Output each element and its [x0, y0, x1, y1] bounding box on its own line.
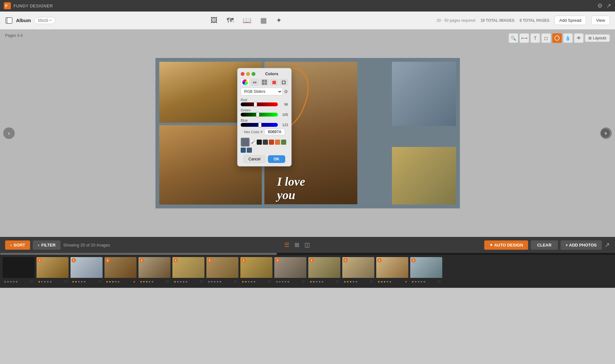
colors-dialog: Colors ≡≡ 🟥 🔲 RGB Sliders [237, 68, 292, 166]
map-icon[interactable]: 🗺 [227, 16, 234, 25]
layout-icon[interactable]: ▦ [260, 16, 267, 25]
badge-4: 1 [105, 258, 110, 263]
film-item-13[interactable]: 1 ★★★★★ ♡ [410, 257, 442, 286]
heart-7[interactable]: ♡ [234, 280, 237, 284]
photo-cell-right-bottom[interactable] [392, 147, 456, 205]
heart-4[interactable]: ♥ [133, 280, 135, 284]
view-button[interactable]: View [591, 16, 610, 25]
external-link-icon[interactable]: ↗ [606, 2, 611, 9]
sort-btn[interactable]: ‹ SORT [5, 240, 30, 250]
heart-12[interactable]: ♥ [405, 280, 407, 284]
clear-btn[interactable]: CLEAR [531, 240, 558, 250]
swatches-row: 🖊 [241, 138, 288, 153]
heart-2[interactable]: ♡ [64, 280, 67, 284]
filmstrip-scrollbar[interactable] [0, 253, 615, 255]
color-custom-tab1[interactable]: 🟥 [270, 79, 278, 86]
grid-view-icon[interactable]: ⊞ [295, 241, 299, 248]
settings-icon[interactable]: ⚙ [597, 2, 603, 9]
color-wheel-tab[interactable] [241, 79, 249, 86]
stars-3: ★★★★★ [72, 280, 86, 283]
scrollbar-thumb[interactable] [0, 253, 277, 255]
layouts-btn[interactable]: ⊞ Layouts [585, 34, 610, 42]
photo-cell-right-top[interactable] [392, 62, 456, 126]
heart-13[interactable]: ♡ [438, 280, 441, 284]
film-item-1[interactable]: ★★★★★ ♡ [3, 257, 35, 286]
film-item-12[interactable]: 1 ★★★★★ ♥ [376, 257, 408, 286]
size-badge[interactable]: 10x10 ✏ [34, 17, 56, 24]
film-item-3[interactable]: 1 ★★★★★ ♡ [71, 257, 103, 286]
shape-tool-btn[interactable]: ◻ [541, 33, 551, 43]
hex-label: Hex Color # [244, 130, 262, 134]
blue-slider-thumb[interactable] [258, 122, 262, 127]
film-item-5[interactable]: 1 ★★★★★ ♡ [138, 257, 170, 286]
current-color-swatch [241, 138, 250, 147]
swatch-blue[interactable] [241, 148, 246, 153]
badge-3: 1 [71, 258, 76, 263]
color-settings-icon[interactable]: ⚙ [284, 89, 288, 94]
close-dialog-btn[interactable] [241, 72, 245, 76]
film-item-4[interactable]: 1 ★★★★★ ♥ [104, 257, 137, 286]
red-label: Red [241, 98, 288, 102]
heart-9[interactable]: ♡ [302, 280, 305, 284]
swatch-red[interactable] [269, 140, 274, 145]
heart-6[interactable]: ♡ [200, 280, 203, 284]
swatch-navy[interactable] [247, 148, 252, 153]
color-sliders-tab[interactable]: ≡≡ [250, 79, 259, 86]
green-slider-thumb[interactable] [256, 112, 259, 117]
heart-11[interactable]: ♡ [370, 280, 373, 284]
stars-5: ★★★★★ [140, 280, 154, 283]
stars-4: ★★★★★ [106, 280, 120, 283]
red-slider-thumb[interactable] [254, 102, 257, 107]
color-custom-tab2[interactable]: 🔲 [279, 79, 288, 86]
swatch-orange[interactable] [275, 140, 280, 145]
layers-view-icon[interactable]: ◫ [304, 241, 310, 248]
bottom-strip: ‹ SORT ‹ FILTER Showing 20 of 20 images … [0, 237, 615, 253]
text-tool-btn[interactable]: T [530, 33, 540, 43]
heart-1[interactable]: ♡ [30, 280, 33, 284]
swatch-black[interactable] [257, 140, 262, 145]
auto-design-btn[interactable]: ✦ AUTO DESIGN [484, 240, 528, 250]
add-spread-button[interactable]: Add Spread [554, 16, 586, 25]
film-item-11[interactable]: 1 ★★★★★ ♡ [342, 257, 374, 286]
heart-3[interactable]: ♡ [98, 280, 101, 284]
filter-btn[interactable]: ‹ FILTER [33, 240, 61, 250]
color-tool-btn[interactable] [552, 33, 562, 43]
prev-spread-btn[interactable]: ‹ [3, 127, 15, 139]
color-grid-tab[interactable] [260, 79, 269, 86]
cancel-btn[interactable]: Cancel [244, 155, 265, 163]
hex-input[interactable] [264, 129, 285, 135]
blue-slider-track [241, 123, 278, 127]
film-item-9[interactable]: 1 ★★★★★ ♡ [274, 257, 306, 286]
design-icon[interactable]: ✦ [276, 16, 282, 25]
book-icon[interactable]: 📖 [243, 16, 251, 25]
heart-10[interactable]: ♡ [336, 280, 339, 284]
swatch-green[interactable] [281, 140, 286, 145]
photos-icon[interactable]: 🖼 [211, 16, 218, 25]
film-item-8[interactable]: 1 ★★★★★ ♡ [240, 257, 272, 286]
export-icon[interactable]: ↗ [604, 241, 610, 249]
add-photos-btn[interactable]: + ADD PHOTOS [561, 240, 602, 250]
pages-required-stat: 20 - 50 pages required [436, 18, 475, 23]
film-item-2[interactable]: 1 ★★★★★ ♡ [37, 257, 69, 286]
film-item-6[interactable]: 1 ★★★★★ ♡ [172, 257, 204, 286]
layouts-grid-icon: ⊞ [588, 36, 592, 40]
maximize-dialog-btn[interactable] [252, 72, 255, 76]
eyedropper-swatch-btn[interactable]: 🖊 [251, 140, 256, 145]
filmstrip-view-icon[interactable]: ☰ [284, 241, 289, 248]
editor-area: Pages 3-4 🔍 ⟷ T ◻ 💧 👁 ⊞ Layouts ‹ › [0, 29, 615, 237]
film-item-10[interactable]: 1 ★★★★★ ♡ [308, 257, 340, 286]
swatch-darkgray[interactable] [263, 140, 268, 145]
stats-area: 20 - 50 pages required 19 TOTAL IMAGES 8… [436, 16, 610, 25]
heart-5[interactable]: ♡ [166, 280, 169, 284]
svg-text:F: F [5, 4, 8, 8]
minimize-dialog-btn[interactable] [246, 72, 250, 76]
film-item-7[interactable]: 1 ★★★★★ ♡ [206, 257, 238, 286]
eye-tool-btn[interactable]: 👁 [574, 33, 584, 43]
next-spread-btn[interactable]: › [600, 127, 612, 139]
zoom-tool-btn[interactable]: 🔍 [509, 33, 518, 43]
ok-btn[interactable]: OK [268, 155, 285, 163]
color-mode-select[interactable]: RGB Sliders [241, 88, 283, 95]
eyedropper-tool-btn[interactable]: 💧 [563, 33, 573, 43]
fit-tool-btn[interactable]: ⟷ [519, 33, 529, 43]
heart-8[interactable]: ♡ [268, 280, 271, 284]
